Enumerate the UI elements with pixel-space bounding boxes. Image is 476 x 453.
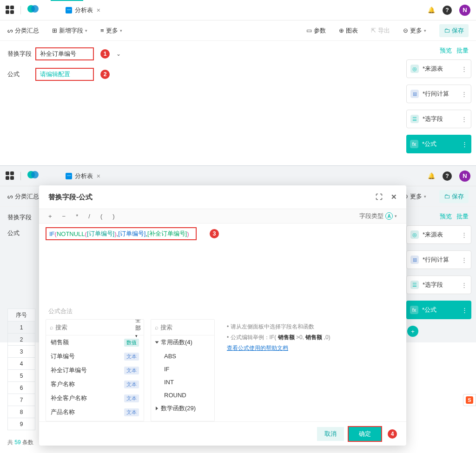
help-icon[interactable]: ? [443,6,452,15]
list-icon: ☰ [410,115,419,123]
apps-icon[interactable] [6,6,15,15]
ime-indicator[interactable]: S [463,394,476,406]
field-type-label: 字段类型 [359,212,383,220]
search-icon: ⌕ [50,324,53,331]
field-list-panel: ⌕ 全部 ▾ 销售额数值订单编号文本补全订单编号文本客户名称文本补全客户名称文本… [46,319,144,421]
more2-button[interactable]: ⊝ 更多 ▾ [403,26,426,35]
node-select[interactable]: ☰*选字段⋮ [406,110,471,128]
table-row: 8 [7,406,35,418]
function-list-panel: ⌕ 常用函数(4) ABSIFINTROUND 数学函数(29) [151,319,215,421]
node-source[interactable]: ◎*来源表⋮ [406,225,471,244]
op-div[interactable]: / [88,213,90,220]
fn-group-math[interactable]: 数学函数(29) [151,401,214,415]
type-icon[interactable]: A [385,212,393,220]
help-icon[interactable]: ? [443,171,452,181]
search-icon: ⌕ [155,324,159,331]
field-item[interactable]: 补全客户名称文本 [46,391,144,405]
field-item[interactable]: 产品名称文本 [46,405,144,419]
help-link[interactable]: 查看公式使用的帮助文档 [227,345,288,351]
tab-analysis[interactable]: 〰 分析表 × [60,0,104,20]
table-row: 2 [7,334,35,346]
formula-modal: 替换字段-公式 ⛶ ✕ + − * / ( ) 字段类型 A ▾ IF(NOTN… [39,185,406,446]
op-minus[interactable]: − [62,213,66,220]
preview-link[interactable]: 预览 [440,47,452,54]
more2-button[interactable]: ⊝ 更多 ▾ [403,192,426,201]
tab-title: 分析表 [75,6,93,14]
params-button[interactable]: ▭ 参数 [306,26,326,35]
pipeline-sidebar-2: 预览批量 ◎*来源表⋮ ⊞*行间计算⋮ ☰*选字段⋮ fx*公式⋮ + [402,207,476,342]
save-button[interactable]: 🗀 保存 [439,24,469,37]
avatar[interactable]: N [459,171,470,182]
ok-button[interactable]: 确定 [348,426,382,442]
node-rowcalc[interactable]: ⊞*行间计算⋮ [406,85,471,103]
formula-config-input[interactable]: 请编辑配置 [35,68,94,81]
formula-editor[interactable]: IF(NOTNULL([订单编号]),[订单编号],[补全订单编号]) [46,227,197,240]
op-mul[interactable]: * [76,213,78,220]
fn-group-common[interactable]: 常用函数(4) [151,335,214,349]
node-rowcalc[interactable]: ⊞*行间计算⋮ [406,250,471,269]
op-rparen[interactable]: ) [112,213,114,220]
step-badge-1: 1 [100,49,110,59]
fn-item[interactable]: ABS [151,349,214,362]
close-icon[interactable]: ✕ [391,193,397,201]
fx-icon: fx [410,140,418,148]
tab-analysis-2[interactable]: 〰 分析表 × [60,166,104,186]
bell-icon[interactable]: 🔔 [428,172,435,179]
table-row: 1 [7,322,35,334]
logo-icon[interactable] [27,5,38,15]
avatar[interactable]: N [459,5,470,16]
op-plus[interactable]: + [48,213,52,220]
table-footer: 共 59 条数 [7,439,33,446]
chart-icon: 〰 [66,7,72,13]
batch-link[interactable]: 批量 [456,47,469,54]
expand-icon[interactable]: ⛶ [376,193,383,201]
config-panel: 替换字段 补全订单编号 1 ⌄ 公式 请编辑配置 2 预览批量 ◎*来源表⋮ ⊞… [0,41,476,165]
formula-valid-hint: 公式合法 [39,307,406,315]
more-icon: ⋮ [462,141,468,148]
save-button[interactable]: 🗀 保存 [439,190,469,203]
more-button[interactable]: ≡ 更多 ▾ [100,26,122,35]
node-formula[interactable]: fx*公式⋮ [406,301,471,319]
field-item[interactable]: 客户名称文本 [46,377,144,391]
table-row: 7 [7,394,35,406]
hint-panel: • 请从左侧面板中选择字段名和函数 • 公式编辑举例：IF( 销售额 >0, 销… [221,319,400,421]
fn-item[interactable]: IF [151,362,214,375]
close-icon[interactable]: × [97,7,100,14]
cancel-button[interactable]: 取消 [317,427,344,441]
apps-icon[interactable] [6,171,15,181]
topbar: 〰 分析表 × 🔔 ? N [0,0,476,20]
newfield-button[interactable]: ⊞ 新增字段 ▾ [52,26,87,35]
field-search-input[interactable] [55,324,133,331]
table-header: 序号 [7,309,35,322]
node-select[interactable]: ☰*选字段⋮ [406,276,471,294]
toolbar: ᔕ 分类汇总 ⊞ 新增字段 ▾ ≡ 更多 ▾ ▭ 参数 ⊕ 图表 ⇱ 导出 ⊝ … [0,20,476,41]
table-row: 6 [7,382,35,394]
node-source[interactable]: ◎*来源表⋮ [406,59,471,78]
op-lparen[interactable]: ( [100,213,102,220]
modal-title: 替换字段-公式 [48,193,93,202]
field-item[interactable]: 销售额数值 [46,335,144,349]
group-button[interactable]: ᔕ 分类汇总 [7,26,39,35]
table-row: 9 [7,418,35,430]
replace-field-select[interactable]: 补全订单编号 [35,47,94,60]
field-item[interactable]: 补全订单编号文本 [46,363,144,377]
add-node-button[interactable]: + [407,326,418,337]
replace-field-label: 替换字段 [7,50,35,58]
fn-item[interactable]: INT [151,375,214,388]
step-badge-2: 2 [100,70,110,79]
topbar-2: 〰 分析表 × 🔔 ? N [0,166,476,186]
fn-search-input[interactable] [160,324,215,331]
export-button: ⇱ 导出 [371,26,390,35]
close-icon[interactable]: × [97,172,100,180]
grid-icon: ⊞ [410,90,419,98]
bell-icon[interactable]: 🔔 [428,7,435,13]
chart-button[interactable]: ⊕ 图表 [339,26,358,35]
node-formula[interactable]: fx*公式⋮ [406,135,471,153]
logo-icon[interactable] [27,171,38,181]
field-item[interactable]: 订单编号文本 [46,349,144,363]
step-badge-4: 4 [388,429,397,439]
fn-item[interactable]: ROUND [151,388,214,401]
chevron-down-icon[interactable]: ⌄ [116,51,121,57]
pipeline-sidebar: 预览批量 ◎*来源表⋮ ⊞*行间计算⋮ ☰*选字段⋮ fx*公式⋮ [402,41,476,165]
group-button[interactable]: ᔕ 分类汇总 [7,192,39,201]
